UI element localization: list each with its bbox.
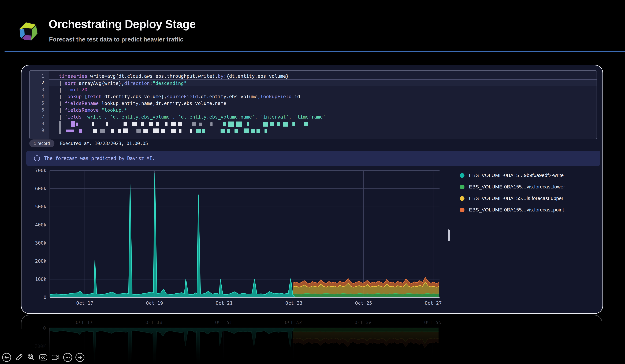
redacted-code-line[interactable] (49, 127, 596, 134)
legend-item[interactable]: EBS_VOLUME-0BA15…9b9f6a9edf2•write (460, 170, 601, 181)
code-line-1[interactable]: 1timeseries write=avg(dt.cloud.aws.ebs.t… (30, 73, 596, 80)
code-line-content[interactable]: | sort arrayAvg(write),direction:"descen… (49, 80, 596, 86)
code-line-content[interactable]: | limit 20 (49, 86, 596, 93)
legend-label: EBS_VOLUME-0BA155…vis.forecast:point (469, 207, 564, 213)
reflection-fade (21, 314, 603, 364)
presenter-toolbar: CC (2, 353, 85, 362)
page-subtitle: Forecast the test data to predict heavie… (49, 36, 183, 43)
code-line-3[interactable]: 3| limit 20 (30, 86, 596, 93)
editor-spacer (30, 134, 596, 139)
code-line-content[interactable]: | fieldsRename lookup.entity.name,dt.ent… (49, 100, 596, 107)
dql-query-editor[interactable]: 1timeseries write=avg(dt.cloud.aws.ebs.t… (29, 70, 597, 139)
back-icon[interactable] (2, 353, 11, 362)
x-tick-label: Oct 23 (285, 300, 302, 306)
line-number: 5 (30, 100, 49, 107)
mosaic-block (210, 122, 213, 126)
mosaic-block (235, 129, 238, 133)
y-tick-label: 500k (35, 204, 46, 209)
mosaic-block (66, 130, 74, 132)
forecast-point-line (293, 342, 438, 348)
actual-series-area (49, 328, 294, 364)
code-line-content[interactable]: timeseries write=avg(dt.cloud.aws.ebs.th… (49, 73, 596, 80)
legend-scrollbar-thumb[interactable] (448, 229, 450, 241)
x-tick-label: Oct 25 (355, 320, 372, 325)
info-icon (34, 155, 40, 162)
magnifier-icon[interactable] (26, 353, 36, 362)
mosaic-block (304, 122, 308, 126)
code-line-content[interactable]: | fields `write`, `dt.entity.ebs_volume`… (49, 113, 596, 120)
code-line-8[interactable]: 8 (30, 120, 596, 127)
query-result-panel: 1timeseries write=avg(dt.cloud.aws.ebs.t… (21, 65, 603, 314)
x-tick-label: Oct 21 (216, 300, 233, 306)
line-number: 2 (30, 80, 49, 86)
line-number: 3 (30, 86, 49, 93)
y-tick-label: 100k (34, 343, 46, 349)
redacted-code-line[interactable] (49, 120, 596, 127)
y-tick-label: 100k (35, 277, 46, 282)
mosaic-block (171, 122, 176, 126)
code-line-content[interactable]: | lookup [fetch dt.entity.ebs_volume],so… (49, 93, 596, 100)
x-tick-label: Oct 27 (424, 320, 441, 325)
edit-pencil-icon[interactable] (14, 353, 24, 362)
mosaic-block (106, 122, 108, 126)
more-options-icon[interactable] (63, 353, 73, 362)
mosaic-block (123, 129, 128, 133)
forecast-upper-line (293, 338, 438, 343)
mosaic-block (223, 122, 226, 126)
mosaic-block (190, 129, 192, 133)
y-tick-label: 600k (35, 186, 46, 191)
mosaic-block (228, 121, 234, 127)
mosaic-block (199, 123, 202, 126)
mosaic-block (149, 122, 153, 126)
code-line-7[interactable]: 7| fields `write`, `dt.entity.ebs_volume… (30, 113, 596, 120)
legend-item[interactable]: EBS_VOLUME-0BA155…vis.forecast:lower (460, 181, 601, 193)
y-tick-label: 200k (35, 258, 46, 264)
y-tick-label: 0 (43, 325, 46, 331)
closed-captions-icon[interactable]: CC (38, 353, 48, 362)
mosaic-block (79, 129, 82, 133)
forward-icon[interactable] (75, 353, 85, 362)
code-line-6[interactable]: 6| fieldsRemove "lookup.*" (30, 107, 596, 113)
mosaic-block (196, 129, 201, 133)
x-tick-label: Oct 23 (285, 320, 302, 325)
code-line-9[interactable]: 9 (30, 127, 596, 134)
x-tick-label: Oct 19 (145, 320, 162, 325)
code-line-2[interactable]: 2| sort arrayAvg(write),direction:"desce… (30, 80, 596, 86)
forecast-upper-band (293, 331, 438, 344)
mosaic-block (256, 129, 260, 133)
camera-icon[interactable] (51, 353, 60, 362)
mosaic-block (192, 122, 196, 126)
mosaic-block (220, 129, 225, 133)
record-count-badge: 1 record (29, 140, 54, 147)
header-divider (4, 51, 625, 52)
x-tick-label: Oct 19 (146, 300, 163, 306)
legend-label: EBS_VOLUME-0BA15…9b9f6a9edf2•write (469, 173, 564, 178)
mosaic-block (100, 129, 105, 133)
legend-item[interactable]: EBS_VOLUME-0BA155…vis.forecast:point (460, 204, 601, 216)
mosaic-block (118, 129, 121, 133)
legend-color-dot (460, 208, 465, 212)
executed-at-text: Executed at: 10/23/2023, 01:00:05 (60, 141, 148, 146)
mosaic-block (247, 122, 249, 126)
forecast-point-band (293, 338, 438, 348)
actual-series-area (50, 173, 295, 297)
code-line-5[interactable]: 5| fieldsRename lookup.entity.name,dt.en… (30, 100, 596, 107)
line-number: 7 (30, 113, 49, 120)
page-title: Orchestrating Deploy Stage (49, 17, 196, 31)
mosaic-block (179, 129, 182, 133)
legend-label: EBS_VOLUME-0BA155…vis.forecast:lower (469, 184, 565, 190)
mosaic-block (156, 122, 159, 126)
forecast-info-banner: The forecast was predicted by Davis® AI. (26, 151, 600, 166)
legend-color-dot (460, 185, 465, 189)
mosaic-block (71, 121, 75, 127)
forecast-lower-band (293, 294, 439, 297)
mosaic-block (251, 129, 255, 133)
x-tick-label: Oct 27 (425, 300, 442, 306)
code-line-content[interactable]: | fieldsRemove "lookup.*" (49, 107, 596, 113)
legend-item[interactable]: EBS_VOLUME-0BA155…is.forecast:upper (460, 193, 601, 204)
mosaic-block (263, 122, 268, 127)
mosaic-block (227, 129, 230, 133)
x-tick-label: Oct 25 (355, 300, 372, 306)
line-number: 4 (30, 93, 49, 100)
code-line-4[interactable]: 4| lookup [fetch dt.entity.ebs_volume],s… (30, 93, 596, 100)
